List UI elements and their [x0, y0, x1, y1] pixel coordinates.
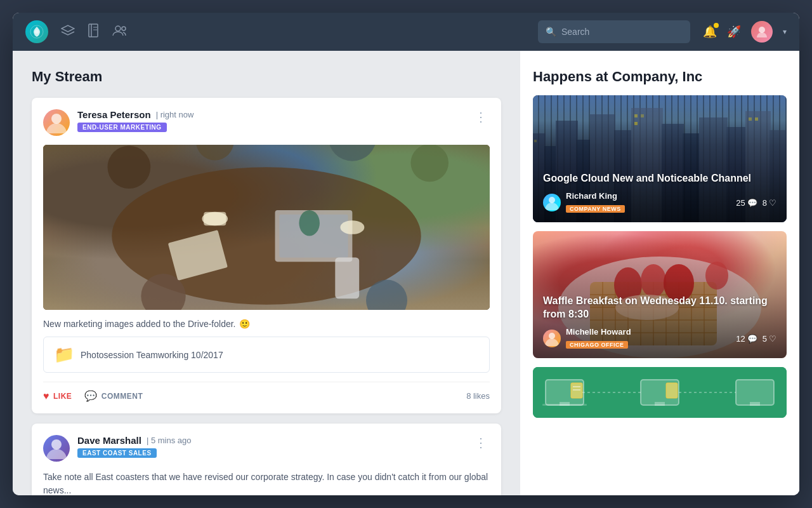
svg-rect-24 [335, 257, 359, 298]
folder-name: Photosession Teamworking 10/2017 [81, 350, 223, 360]
svg-point-22 [299, 210, 319, 236]
post-actions: ♥ LIKE 💬 COMMENT 8 likes [43, 382, 490, 402]
svg-point-7 [122, 27, 126, 30]
post-author-avatar [43, 109, 70, 136]
news-stats: 25 💬 8 ♡ [736, 198, 776, 208]
svg-point-9 [51, 114, 62, 124]
happens-title: Happens at Company, Inc [533, 69, 787, 85]
search-input[interactable] [561, 27, 683, 37]
app-logo[interactable] [25, 20, 48, 43]
news-author-name: Michelle Howard [566, 328, 731, 336]
svg-point-15 [340, 220, 364, 234]
people-icon[interactable] [112, 25, 128, 39]
news-title: Google Cloud New and Noticeable Channel [543, 172, 776, 185]
comment-stat: 25 💬 [736, 198, 757, 208]
news-footer: Richard King COMPANY NEWS 25 💬 8 [543, 192, 776, 213]
comment-bubble-icon: 💬 [747, 334, 757, 344]
search-icon: 🔍 [546, 27, 556, 37]
news-card[interactable]: Google Cloud New and Noticeable Channel … [533, 95, 787, 222]
svg-point-6 [115, 26, 121, 31]
post-author-info: Dave Marshall | 5 mins ago EAST COAST SA… [77, 435, 472, 458]
nav-icons [61, 23, 128, 41]
like-stat: 5 ♡ [763, 334, 776, 344]
layers-icon[interactable] [61, 24, 75, 40]
post-author-line: Dave Marshall | 5 mins ago [77, 435, 472, 446]
navbar: 🔍 🔔 🚀 ▾ [13, 13, 799, 51]
news-author-tag[interactable]: CHIGAGO OFFICE [566, 341, 628, 349]
comment-button[interactable]: 💬 COMMENT [84, 390, 143, 402]
comment-bubble-icon: 💬 [747, 198, 757, 208]
comment-icon: 💬 [84, 390, 98, 402]
svg-point-19 [410, 145, 449, 182]
post-card: Dave Marshall | 5 mins ago EAST COAST SA… [32, 424, 501, 495]
post-header: Teresa Peterson | right now END-USER MAR… [43, 109, 490, 136]
like-count: 8 likes [466, 391, 490, 401]
post-author-name: Teresa Peterson [77, 109, 151, 120]
caption-emoji: 🙂 [239, 319, 250, 329]
rocket-icon[interactable]: 🚀 [727, 25, 741, 39]
news-content: Waffle Breakfast on Wednesday 11.10. sta… [533, 286, 787, 358]
news-author-avatar [543, 194, 561, 211]
news-author-info: Michelle Howard CHIGAGO OFFICE [566, 328, 731, 349]
post-header: Dave Marshall | 5 mins ago EAST COAST SA… [43, 435, 490, 462]
heart-icon: ♡ [769, 198, 776, 208]
post-author-line: Teresa Peterson | right now [77, 109, 472, 120]
news-title: Waffle Breakfast on Wednesday 11.10. sta… [543, 295, 776, 321]
search-bar[interactable]: 🔍 [538, 20, 690, 43]
svg-point-25 [51, 439, 62, 450]
like-stat: 8 ♡ [763, 198, 776, 208]
news-card[interactable] [533, 367, 787, 418]
post-author-info: Teresa Peterson | right now END-USER MAR… [77, 109, 472, 132]
svg-rect-72 [542, 404, 587, 406]
svg-rect-76 [750, 402, 760, 406]
post-options-menu[interactable]: ⋮ [472, 109, 490, 124]
post-image [43, 145, 490, 310]
folder-icon: 📁 [54, 345, 74, 364]
happens-panel: Happens at Company, Inc [520, 51, 799, 495]
svg-rect-74 [655, 402, 665, 406]
news-author-info: Richard King COMPANY NEWS [566, 192, 731, 213]
svg-rect-80 [666, 383, 678, 398]
stream-title: My Stream [32, 69, 501, 85]
svg-point-47 [549, 197, 555, 203]
post-caption: New marketing images added to the Drive-… [43, 319, 490, 329]
news-footer: Michelle Howard CHIGAGO OFFICE 12 💬 5 [543, 328, 776, 349]
news-content: Google Cloud New and Noticeable Channel … [533, 163, 787, 222]
notification-dot [714, 23, 719, 28]
post-time: | 5 mins ago [147, 436, 192, 445]
news-stats: 12 💬 5 ♡ [736, 334, 776, 344]
user-avatar[interactable] [751, 21, 773, 43]
svg-point-18 [328, 145, 376, 161]
svg-point-68 [549, 333, 555, 339]
svg-point-16 [108, 145, 151, 189]
post-body: Take note all East coasters that we have… [43, 471, 490, 495]
post-tag[interactable]: EAST COAST SALES [77, 448, 157, 458]
post-card: Teresa Peterson | right now END-USER MAR… [32, 98, 501, 413]
heart-icon: ♥ [43, 391, 49, 402]
user-menu-chevron[interactable]: ▾ [783, 27, 787, 36]
like-button[interactable]: ♥ LIKE [43, 391, 72, 402]
post-options-menu[interactable]: ⋮ [472, 435, 490, 450]
news-card-background: Google Cloud New and Noticeable Channel … [533, 95, 787, 222]
svg-rect-77 [571, 383, 582, 398]
post-tag[interactable]: END-USER MARKETING [77, 123, 167, 132]
notification-bell-icon[interactable]: 🔔 [703, 25, 717, 39]
post-folder-attachment[interactable]: 📁 Photosession Teamworking 10/2017 [43, 337, 490, 373]
heart-icon: ♡ [769, 334, 776, 344]
svg-point-8 [759, 27, 765, 33]
nav-actions: 🔔 🚀 ▾ [703, 21, 787, 43]
post-time: | right now [156, 110, 194, 119]
post-author-avatar [43, 435, 70, 462]
news-card[interactable]: Waffle Breakfast on Wednesday 11.10. sta… [533, 231, 787, 358]
comment-stat: 12 💬 [736, 334, 757, 344]
news-author-tag[interactable]: COMPANY NEWS [566, 205, 625, 213]
main-content: My Stream Teresa Peterson | right now [13, 51, 799, 495]
news-author-avatar [543, 330, 561, 347]
book-icon[interactable] [88, 23, 99, 41]
stream-panel: My Stream Teresa Peterson | right now [13, 51, 520, 495]
svg-rect-2 [89, 24, 98, 37]
svg-point-17 [196, 145, 234, 160]
post-author-name: Dave Marshall [77, 435, 141, 446]
green-card-background [533, 367, 787, 418]
app-window: 🔍 🔔 🚀 ▾ My Stream [13, 13, 799, 495]
